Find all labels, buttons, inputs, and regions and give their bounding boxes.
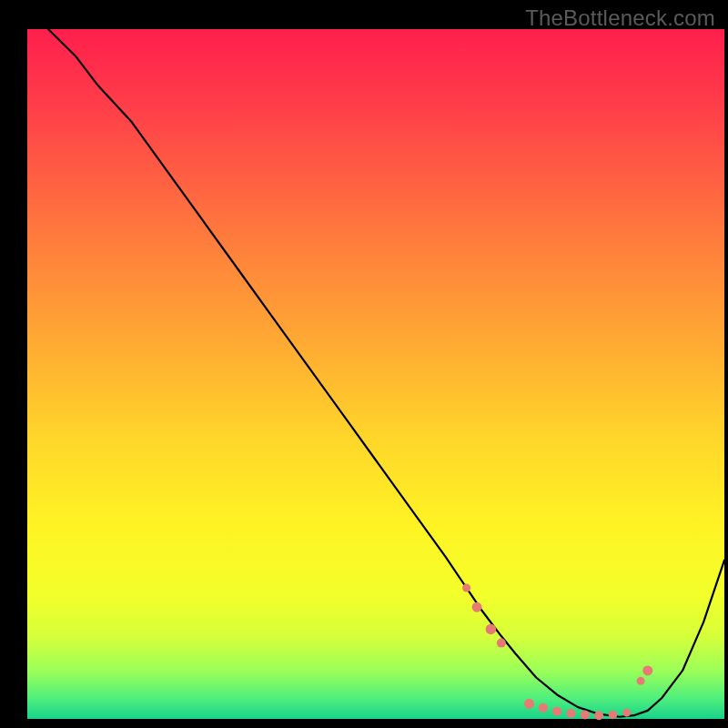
curve-marker (524, 699, 534, 709)
curve-marker (637, 677, 645, 685)
watermark-text: TheBottleneck.com (525, 5, 715, 31)
bottleneck-chart (0, 0, 728, 728)
curve-marker (486, 624, 497, 635)
curve-marker (497, 639, 506, 648)
curve-marker (566, 709, 575, 718)
curve-marker (462, 583, 470, 592)
curve-marker (472, 602, 482, 612)
curve-marker (609, 711, 618, 720)
curve-marker (552, 707, 561, 716)
curve-marker (622, 709, 631, 717)
curve-marker (594, 711, 603, 720)
curve-marker (539, 703, 548, 713)
curve-marker (581, 710, 590, 719)
curve-marker (642, 665, 652, 675)
plot-background (27, 29, 724, 719)
chart-frame: TheBottleneck.com (0, 0, 728, 728)
